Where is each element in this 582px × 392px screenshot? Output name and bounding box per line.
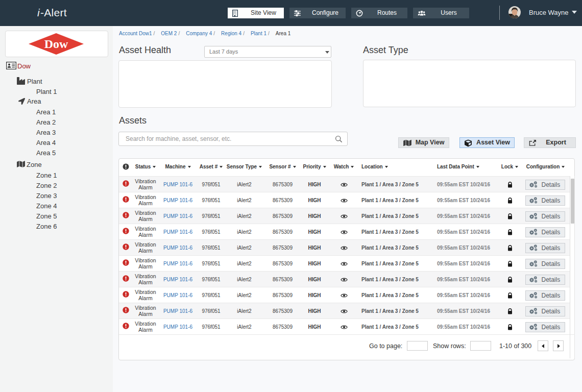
svg-text:Dow: Dow [44, 37, 68, 51]
